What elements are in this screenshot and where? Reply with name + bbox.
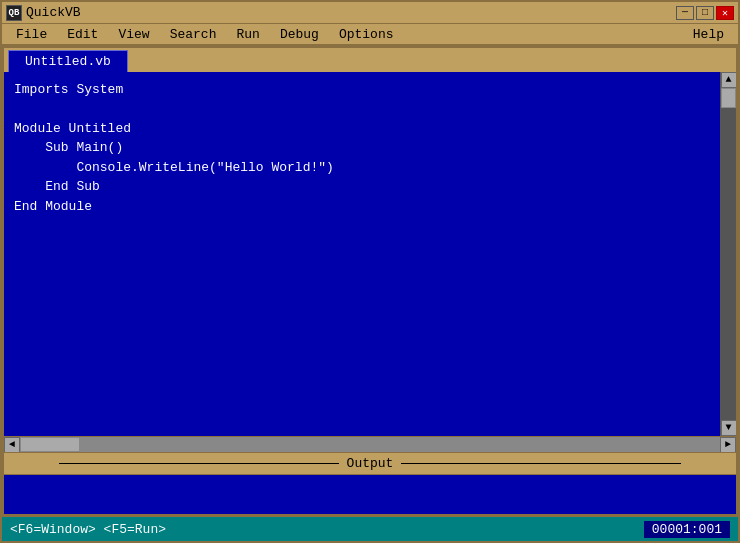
scroll-track[interactable] [721, 88, 736, 420]
menu-bar: File Edit View Search Run Debug Options … [2, 24, 738, 46]
output-label: Output [59, 456, 682, 471]
menu-search[interactable]: Search [160, 25, 227, 44]
maximize-button[interactable]: □ [696, 6, 714, 20]
menu-debug[interactable]: Debug [270, 25, 329, 44]
menu-view[interactable]: View [108, 25, 159, 44]
tab-untitled[interactable]: Untitled.vb [8, 50, 128, 72]
vertical-scrollbar[interactable]: ▲ ▼ [720, 72, 736, 436]
scroll-right-button[interactable]: ► [720, 437, 736, 453]
output-area[interactable] [4, 475, 736, 515]
h-scroll-track[interactable] [20, 437, 720, 452]
editor-wrapper: Untitled.vb Imports System Module Untitl… [2, 46, 738, 517]
title-bar-left: QB QuickVB [6, 5, 81, 21]
status-bar: <F6=Window> <F5=Run> 00001:001 [2, 517, 738, 541]
menu-file[interactable]: File [6, 25, 57, 44]
status-shortcuts: <F6=Window> <F5=Run> [10, 522, 166, 537]
app-icon: QB [6, 5, 22, 21]
output-section: Output [4, 452, 736, 476]
h-scroll-thumb[interactable] [20, 437, 80, 452]
output-line-left [59, 463, 339, 464]
title-bar: QB QuickVB ─ □ ✕ [2, 2, 738, 24]
minimize-button[interactable]: ─ [676, 6, 694, 20]
editor-container: Imports System Module Untitled Sub Main(… [4, 72, 736, 436]
output-line-right [401, 463, 681, 464]
menu-run[interactable]: Run [226, 25, 269, 44]
cursor-position: 00001:001 [644, 521, 730, 538]
scroll-left-button[interactable]: ◄ [4, 437, 20, 453]
code-editor[interactable]: Imports System Module Untitled Sub Main(… [4, 72, 720, 436]
title-text: QuickVB [26, 5, 81, 20]
tab-bar: Untitled.vb [4, 48, 736, 72]
menu-options[interactable]: Options [329, 25, 404, 44]
main-window: QB QuickVB ─ □ ✕ File Edit View Search R… [0, 0, 740, 543]
scroll-down-button[interactable]: ▼ [721, 420, 737, 436]
menu-help[interactable]: Help [683, 25, 734, 44]
window-controls: ─ □ ✕ [676, 6, 734, 20]
close-button[interactable]: ✕ [716, 6, 734, 20]
scroll-thumb[interactable] [721, 88, 736, 108]
scroll-up-button[interactable]: ▲ [721, 72, 737, 88]
horizontal-scrollbar[interactable]: ◄ ► [4, 436, 736, 452]
menu-edit[interactable]: Edit [57, 25, 108, 44]
